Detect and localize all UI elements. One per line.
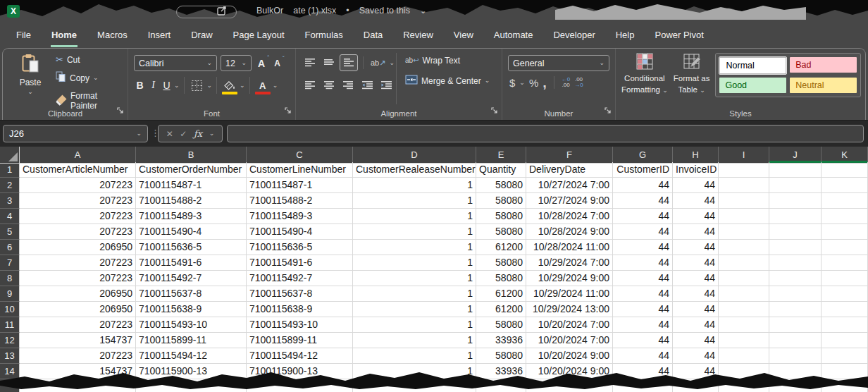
cell-B8[interactable]: 7100115492-7	[136, 271, 247, 286]
cell-J1[interactable]	[769, 162, 822, 178]
tab-page-layout[interactable]: Page Layout	[232, 23, 285, 47]
cell-I2[interactable]	[719, 178, 769, 193]
cell-I11[interactable]	[719, 317, 769, 333]
search-box-remnant[interactable]	[555, 3, 806, 20]
cell-J6[interactable]	[769, 240, 822, 255]
cell-J13[interactable]	[769, 348, 822, 364]
cell-A6[interactable]: 206950	[20, 240, 136, 255]
cell-E5[interactable]: 58080	[476, 224, 526, 240]
font-color-button[interactable]: A	[254, 78, 271, 93]
select-all-corner[interactable]	[0, 147, 20, 164]
cell-B1[interactable]: CustomerOrderNumber	[136, 162, 247, 178]
cell-A10[interactable]: 206950	[20, 302, 136, 317]
tab-view[interactable]: View	[453, 23, 474, 47]
cell-F8[interactable]: 10/29/2024 9:00	[526, 271, 613, 286]
col-header-J[interactable]: J	[769, 147, 822, 164]
cell-I6[interactable]	[719, 240, 769, 255]
cell-F10[interactable]: 10/29/2024 13:00	[526, 302, 613, 317]
cell-D12[interactable]: 1	[353, 333, 476, 348]
cell-B13[interactable]: 7100115494-12	[136, 348, 247, 364]
cell-G11[interactable]: 44	[613, 317, 673, 333]
name-box[interactable]: J26 ⌄	[3, 125, 148, 142]
formula-input[interactable]	[227, 125, 864, 142]
document-title[interactable]: BulkOr ate (1).xlsx • Saved to this ⌄	[256, 6, 426, 16]
cell-B11[interactable]: 7100115493-10	[136, 317, 247, 333]
autosave-toggle-remnant[interactable]	[176, 6, 237, 18]
cell-K8[interactable]	[822, 271, 868, 286]
cell-K6[interactable]	[822, 240, 868, 255]
cell-C6[interactable]: 7100115636-5	[247, 240, 353, 255]
cell-C11[interactable]: 7100115493-10	[247, 317, 353, 333]
cell-H3[interactable]: 44	[673, 193, 719, 209]
cell-F5[interactable]: 10/28/2024 9:00	[526, 224, 613, 240]
cell-E2[interactable]: 58080	[476, 178, 526, 193]
tab-power-pivot[interactable]: Power Pivot	[654, 23, 704, 47]
font-dialog-launcher-icon[interactable]	[285, 104, 292, 117]
borders-chevron-down-icon[interactable]: ⌄	[207, 82, 213, 89]
cell-E4[interactable]: 58080	[476, 209, 526, 224]
tab-file[interactable]: File	[16, 23, 32, 47]
cell-G13[interactable]: 44	[613, 348, 673, 364]
col-header-C[interactable]: C	[247, 147, 353, 164]
cell-D4[interactable]: 1	[353, 209, 476, 224]
font-name-select[interactable]: Calibri ⌄	[134, 55, 217, 71]
cell-style-good[interactable]: Good	[719, 78, 786, 93]
cell-C3[interactable]: 7100115488-2	[247, 193, 353, 209]
tab-help[interactable]: Help	[615, 23, 636, 47]
cell-K11[interactable]	[822, 317, 868, 333]
row-header-13[interactable]: 13	[0, 348, 20, 364]
cell-K12[interactable]	[822, 333, 868, 348]
cell-I8[interactable]	[719, 271, 769, 286]
cell-I9[interactable]	[719, 286, 769, 302]
percent-button[interactable]: %	[529, 77, 538, 89]
cell-H1[interactable]: InvoiceID	[673, 162, 719, 178]
cell-H9[interactable]: 44	[673, 286, 719, 302]
font-size-select[interactable]: 12 ⌄	[221, 55, 252, 71]
paste-button[interactable]: Paste ⌄	[11, 54, 49, 104]
title-chevron-down-icon[interactable]: ⌄	[420, 6, 426, 16]
cell-A13[interactable]: 207223	[20, 348, 136, 364]
decrease-indent-icon[interactable]	[359, 78, 376, 93]
align-bottom-icon[interactable]	[340, 54, 358, 71]
cell-E13[interactable]: 58080	[476, 348, 526, 364]
cell-E6[interactable]: 61200	[476, 240, 526, 255]
tab-macros[interactable]: Macros	[97, 23, 128, 47]
align-left-icon[interactable]	[302, 78, 318, 93]
alignment-dialog-launcher-icon[interactable]	[491, 104, 498, 117]
cell-K3[interactable]	[822, 193, 868, 209]
cell-I3[interactable]	[719, 193, 769, 209]
cell-D8[interactable]: 1	[353, 271, 476, 286]
cell-E10[interactable]: 61200	[476, 302, 526, 317]
currency-button[interactable]: $	[509, 77, 515, 89]
cell-J9[interactable]	[769, 286, 822, 302]
cell-K1[interactable]	[822, 162, 868, 178]
decrease-decimal-button[interactable]: .00 →0	[574, 77, 583, 88]
copy-chevron-down-icon[interactable]: ⌄	[93, 75, 99, 81]
cell-K13[interactable]	[822, 348, 868, 364]
cell-G4[interactable]: 44	[613, 209, 673, 224]
cell-C12[interactable]: 7100115899-11	[247, 333, 353, 348]
cell-J2[interactable]	[769, 178, 822, 193]
cell-A2[interactable]: 207223	[20, 178, 136, 193]
orientation-button[interactable]: ab↗ ⌄	[368, 57, 397, 69]
cell-C10[interactable]: 7100115638-9	[247, 302, 353, 317]
comma-style-button[interactable]: ,	[542, 79, 547, 86]
cell-I1[interactable]	[719, 162, 769, 178]
cell-E9[interactable]: 61200	[476, 286, 526, 302]
cell-B7[interactable]: 7100115491-6	[136, 255, 247, 271]
format-as-table-button[interactable]: Format as Table ⌄	[674, 53, 710, 95]
col-header-H[interactable]: H	[673, 147, 719, 164]
cell-C13[interactable]: 7100115494-12	[247, 348, 353, 364]
cell-H11[interactable]: 44	[673, 317, 719, 333]
cell-B4[interactable]: 7100115489-3	[136, 209, 247, 224]
insert-function-icon[interactable]: ƒx	[194, 128, 202, 139]
row-header-3[interactable]: 3	[0, 193, 20, 209]
tab-formulas[interactable]: Formulas	[304, 23, 344, 47]
cell-C7[interactable]: 7100115491-6	[247, 255, 353, 271]
conditional-formatting-button[interactable]: Conditional Formatting ⌄	[621, 53, 668, 95]
cell-H8[interactable]: 44	[673, 271, 719, 286]
cell-E11[interactable]: 58080	[476, 317, 526, 333]
cell-H13[interactable]: 44	[673, 348, 719, 364]
cell-B5[interactable]: 7100115490-4	[136, 224, 247, 240]
cell-A3[interactable]: 207223	[20, 193, 136, 209]
